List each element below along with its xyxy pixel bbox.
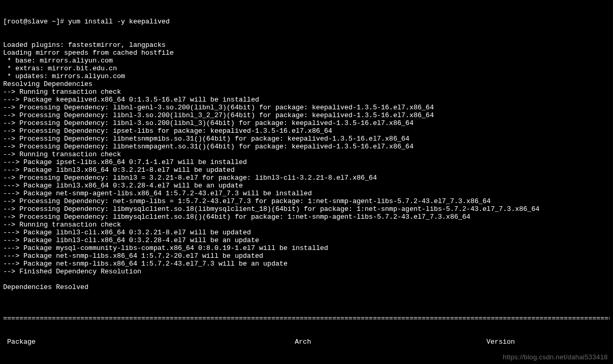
output-line: ---> Package keepalived.x86_64 0:1.3.5-1… (3, 96, 610, 104)
table-mid-rule: ========================================… (3, 361, 610, 364)
output-line: ---> Package libnl3.x86_64 0:3.2.21-8.el… (3, 166, 610, 174)
output-line: --> Processing Dependency: libnl-3.so.20… (3, 111, 610, 119)
output-line: * updates: mirrors.aliyun.com (3, 72, 610, 80)
table-header: Package Arch Version (3, 338, 610, 346)
output-line: --> Running transaction check (3, 150, 610, 158)
output-line: --> Processing Dependency: libnl3 = 3.2.… (3, 174, 610, 182)
output-line: --> Processing Dependency: net-snmp-libs… (3, 197, 610, 205)
output-line: --> Running transaction check (3, 221, 610, 229)
output-line: ---> Package net-snmp-agent-libs.x86_64 … (3, 190, 610, 197)
output-line: Dependencies Resolved (3, 283, 610, 291)
output-line: * base: mirrors.aliyun.com (3, 57, 610, 65)
output-line: --> Processing Dependency: libnl-3.so.20… (3, 119, 610, 127)
output-line: ---> Package libnl3-cli.x86_64 0:3.2.21-… (3, 229, 610, 236)
yum-output-block: Loaded plugins: fastestmirror, langpacks… (3, 41, 610, 299)
output-line: ---> Package mysql-community-libs-compat… (3, 244, 610, 252)
output-line: --> Processing Dependency: libmysqlclien… (3, 205, 610, 213)
col-header-package: Package (3, 338, 295, 346)
col-header-version: Version (486, 338, 610, 346)
output-line: ---> Package net-snmp-libs.x86_64 1:5.7.… (3, 252, 610, 260)
output-line: --> Processing Dependency: ipset-libs fo… (3, 127, 610, 135)
watermark-text: https://blog.csdn.net/dahai533418 (503, 353, 608, 361)
output-line: --> Processing Dependency: libnetsnmpage… (3, 143, 610, 150)
table-top-rule: ========================================… (3, 315, 610, 322)
output-line: ---> Package net-snmp-libs.x86_64 1:5.7.… (3, 260, 610, 268)
output-line: --> Processing Dependency: libmysqlclien… (3, 213, 610, 221)
output-line: ---> Package libnl3.x86_64 0:3.2.28-4.el… (3, 182, 610, 190)
output-line (3, 291, 610, 299)
output-line: --> Finished Dependency Resolution (3, 268, 610, 275)
output-line: --> Processing Dependency: libnl-genl-3.… (3, 104, 610, 111)
shell-prompt-line: [root@slave ~]# yum install -y keepalive… (3, 18, 610, 26)
output-line: ---> Package ipset-libs.x86_64 0:7.1-1.e… (3, 158, 610, 166)
output-line: Loaded plugins: fastestmirror, langpacks (3, 41, 610, 49)
output-line: ---> Package libnl3-cli.x86_64 0:3.2.28-… (3, 236, 610, 244)
output-line: Loading mirror speeds from cached hostfi… (3, 49, 610, 57)
output-line: --> Processing Dependency: libnetsnmpmib… (3, 135, 610, 143)
col-header-arch: Arch (295, 338, 486, 346)
output-line: --> Running transaction check (3, 88, 610, 96)
output-line: Resolving Dependencies (3, 80, 610, 88)
output-line: * extras: mirror.bit.edu.cn (3, 65, 610, 72)
output-line (3, 275, 610, 283)
terminal-output[interactable]: [root@slave ~]# yum install -y keepalive… (0, 0, 613, 364)
